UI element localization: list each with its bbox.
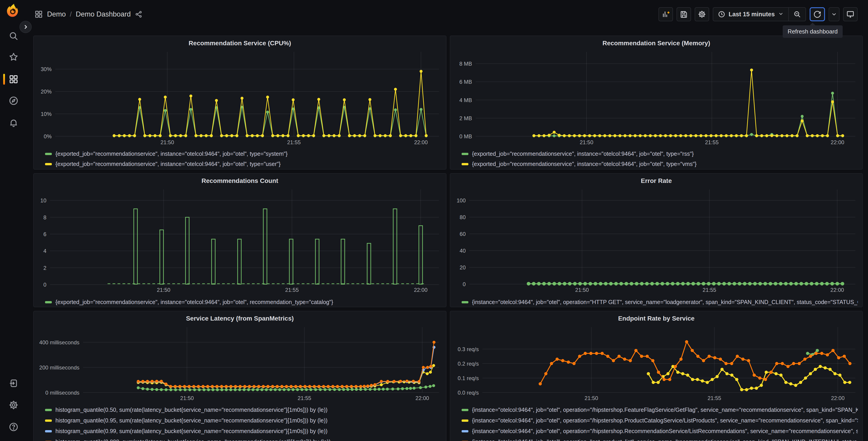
time-range-picker[interactable]: Last 15 minutes [713,8,788,21]
dashboard-settings-button[interactable] [695,7,709,21]
help-icon[interactable] [8,421,19,432]
legend-item[interactable]: {exported_job="recommendationservice", i… [462,149,858,159]
sidebar-expand-button[interactable] [20,21,32,33]
panel-recommendation-service-cpu: Recommendation Service (CPU%)0%10%20%30%… [33,35,446,170]
legend-item[interactable]: {exported_job="recommendationservice", i… [45,149,441,159]
svg-text:21:55: 21:55 [298,395,311,401]
alerting-bell-icon[interactable] [8,117,19,128]
breadcrumb-separator: / [70,11,72,18]
legend-item[interactable]: {instance="otelcol:9464", job="otel", op… [462,426,858,437]
time-range-label: Last 15 minutes [728,11,775,18]
svg-text:8: 8 [43,214,46,220]
clock-icon [718,10,725,18]
svg-text:30%: 30% [41,66,52,72]
svg-text:0 MB: 0 MB [459,133,472,140]
monitor-icon [846,10,855,18]
legend-item[interactable]: {instance="otelcol:9464", job="otel", op… [462,437,858,441]
panel-recommendation-service-memory: Recommendation Service (Memory)0 MB2 MB4… [450,35,863,170]
panel-chart: 02040608010021:5021:5522:00 [450,174,863,307]
svg-text:2 MB: 2 MB [459,115,472,121]
svg-text:0: 0 [463,281,466,287]
zoom-out-icon [793,10,801,18]
starred-icon[interactable] [8,52,19,62]
legend-item[interactable]: histogram_quantile(0.50, sum(rate(latenc… [45,405,441,415]
legend-label: {exported_job="recommendationservice", i… [472,161,696,167]
breadcrumb-page-title: Demo Dashboard [76,10,131,18]
save-dashboard-button[interactable] [677,7,691,21]
legend-item[interactable]: {instance="otelcol:9464", job="otel", op… [462,405,858,415]
breadcrumb: Demo / Demo Dashboard [34,10,143,19]
refresh-tooltip: Refresh dashboard [783,25,843,38]
panel-chart: 024681021:5021:5522:00 [34,174,446,307]
panel-legend: {instance="otelcol:9464", job="otel", op… [462,405,858,441]
svg-text:0.1 req/s: 0.1 req/s [458,375,479,381]
legend-swatch [45,163,52,165]
svg-text:21:55: 21:55 [705,139,719,145]
legend-label: {instance="otelcol:9464", job="otel", op… [472,417,858,424]
legend-label: {instance="otelcol:9464", job="otel", op… [472,407,858,413]
svg-text:100: 100 [457,198,466,204]
legend-swatch [462,430,468,432]
grafana-app: Demo / Demo Dashboard Last 15 minutes [0,0,868,441]
panel-endpoint-rate-by-service: Endpoint Rate by Service0.0 req/s0.1 req… [450,311,863,441]
refresh-dashboard-button[interactable] [810,7,825,21]
add-panel-button[interactable] [658,7,673,21]
svg-text:21:50: 21:50 [160,139,174,145]
svg-text:200 milliseconds: 200 milliseconds [39,364,80,371]
legend-item[interactable]: {instance="otelcol:9464", job="otel", op… [462,297,858,307]
panel-legend: {exported_job="recommendationservice", i… [45,149,441,169]
svg-text:0.3 req/s: 0.3 req/s [458,346,479,352]
legend-swatch [462,409,468,411]
svg-text:20%: 20% [41,89,52,95]
legend-label: histogram_quantile(0.99, sum(rate(latenc… [56,428,328,435]
refresh-interval-dropdown[interactable] [829,7,839,21]
svg-text:10: 10 [40,198,46,204]
svg-text:40: 40 [460,248,466,254]
legend-swatch [45,419,52,422]
legend-item[interactable]: {exported_job="recommendationservice", i… [462,159,858,169]
legend-item[interactable]: {exported_job="recommendationservice", i… [45,159,441,169]
legend-item[interactable]: histogram_quantile(0.99, sum(rate(latenc… [45,426,441,437]
svg-text:0.2 req/s: 0.2 req/s [458,361,479,367]
refresh-icon [813,10,822,18]
svg-text:21:55: 21:55 [287,139,301,145]
breadcrumb-section[interactable]: Demo [47,10,66,18]
legend-swatch [45,153,52,155]
panel-service-latency-from-spanmetrics: Service Latency (from SpanMetrics)0 mill… [33,311,446,441]
svg-text:4 MB: 4 MB [459,97,472,103]
panel-legend: {exported_job="recommendationservice", i… [462,149,858,169]
legend-item[interactable]: {exported_job="recommendationservice", i… [45,297,441,307]
legend-item[interactable]: {instance="otelcol:9464", job="otel", op… [462,415,858,426]
legend-label: {exported_job="recommendationservice", i… [56,299,333,305]
legend-item[interactable]: histogram_quantile(0.95, sum(rate(latenc… [45,415,441,426]
admin-gear-icon[interactable] [8,400,19,410]
svg-text:21:55: 21:55 [703,287,716,293]
sign-in-icon[interactable] [8,378,19,389]
chevron-down-icon [778,11,784,18]
zoom-out-button[interactable] [788,8,806,21]
grafana-logo[interactable] [4,3,21,20]
legend-swatch [462,153,468,155]
svg-text:21:55: 21:55 [708,395,721,401]
dashboards-icon[interactable] [8,74,19,85]
share-icon[interactable] [135,10,143,18]
svg-text:22:00: 22:00 [831,139,844,145]
explore-compass-icon[interactable] [8,95,19,106]
svg-text:21:50: 21:50 [157,287,170,293]
search-icon[interactable] [8,31,19,41]
panel-recommendations-count: Recommendations Count024681021:5021:5522… [33,173,446,307]
svg-text:0.0 req/s: 0.0 req/s [458,390,479,396]
legend-label: {exported_job="recommendationservice", i… [56,161,281,167]
svg-text:0: 0 [43,282,46,288]
svg-text:21:55: 21:55 [285,287,299,293]
legend-swatch [462,301,468,303]
svg-text:21:50: 21:50 [575,287,589,293]
legend-item[interactable]: histogram_quantile(0.999, sum(rate(laten… [45,437,441,441]
svg-text:400 milliseconds: 400 milliseconds [39,340,80,346]
kiosk-mode-button[interactable] [843,7,858,21]
dashboards-grid-icon [34,10,43,19]
svg-text:21:50: 21:50 [585,395,598,401]
panel-legend: histogram_quantile(0.50, sum(rate(latenc… [45,405,441,441]
legend-swatch [45,301,52,303]
panel-error-rate: Error Rate02040608010021:5021:5522:00{in… [450,173,863,307]
